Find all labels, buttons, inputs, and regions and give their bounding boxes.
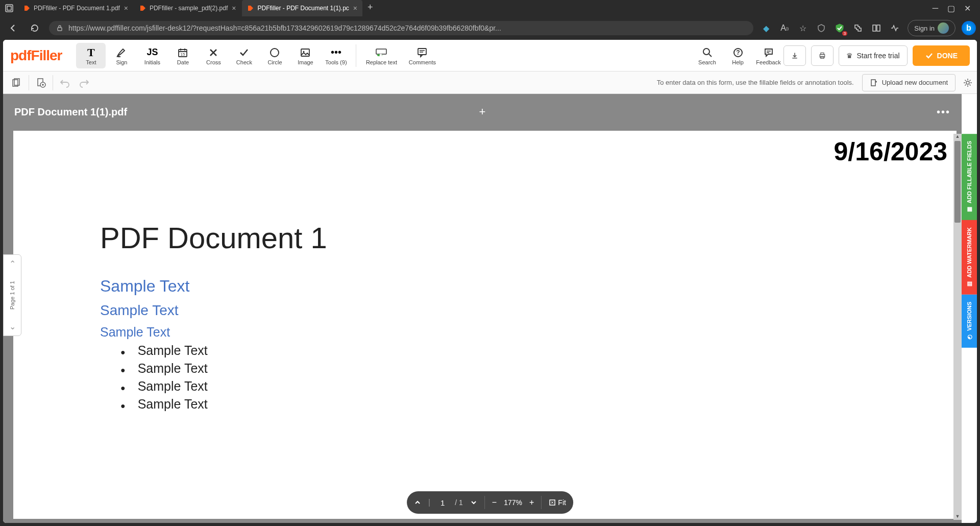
fit-label: Fit (558, 498, 566, 507)
zoom-in-button[interactable]: + (529, 498, 534, 507)
tool-label: Sign (116, 59, 127, 65)
add-watermark-tab[interactable]: ▤ ADD WATERMARK (962, 220, 977, 295)
tool-label: Circle (267, 59, 282, 65)
document-more-icon[interactable]: ••• (937, 106, 950, 118)
settings-button[interactable] (963, 78, 973, 88)
prev-page-button[interactable] (414, 499, 421, 506)
fields-icon: ▦ (966, 206, 973, 213)
next-page-icon[interactable]: ⌄ (9, 322, 16, 331)
browser-tab-1[interactable]: PDFfiller - sample_pdf(2).pdf × (134, 0, 241, 16)
url-text: https://www.pdffiller.com/jsfiller-desk1… (68, 24, 746, 32)
upload-button[interactable]: Upload new document (862, 74, 955, 91)
tool-more-tools[interactable]: ••• Tools (9) (321, 43, 351, 68)
performance-icon[interactable] (889, 22, 900, 34)
scroll-down-icon[interactable]: ▼ (954, 514, 961, 520)
add-page-button[interactable] (31, 74, 51, 91)
page-nav-sidebar: ⌃ Page 1 of 1 ⌄ (3, 254, 21, 336)
tool-circle[interactable]: Circle (260, 43, 289, 68)
tool-date[interactable]: 15 Date (168, 43, 198, 68)
browser-tab-2[interactable]: PDFfiller - PDF Document 1(1).pc × (242, 0, 362, 16)
start-trial-button[interactable]: ♛ Start free trial (839, 45, 908, 66)
tool-cross[interactable]: Cross (199, 43, 228, 68)
prev-page-icon[interactable]: ⌃ (9, 259, 16, 269)
tool-initials[interactable]: JS Initials (137, 43, 167, 68)
vertical-scrollbar[interactable]: ▲ ▼ (953, 134, 962, 520)
url-input[interactable]: https://www.pdffiller.com/jsfiller-desk1… (49, 21, 753, 35)
scrollbar-thumb[interactable] (954, 141, 961, 223)
calendar-icon: 15 (177, 46, 188, 59)
separator (541, 496, 542, 509)
svg-rect-0 (6, 5, 13, 12)
adblock-icon[interactable]: 3 (834, 22, 845, 34)
logo[interactable]: pdfFiller (10, 47, 62, 64)
add-fillable-fields-tab[interactable]: ▦ ADD FILLABLE FIELDS (962, 134, 977, 220)
close-icon[interactable]: × (353, 4, 357, 12)
shopping-icon[interactable]: ◆ (761, 22, 772, 34)
close-icon[interactable]: × (124, 4, 128, 12)
svg-rect-2 (58, 28, 62, 31)
favorite-icon[interactable]: ☆ (797, 22, 808, 34)
maximize-icon[interactable]: ▢ (947, 4, 955, 13)
tool-feedback[interactable]: Feedback (754, 43, 783, 68)
browser-tab-0[interactable]: PDFfiller - PDF Document 1.pdf × (18, 0, 133, 16)
document-page[interactable]: 9/16/2023 PDF Document 1 Sample Text Sam… (13, 131, 957, 519)
tool-search[interactable]: Search (693, 43, 722, 68)
zoom-percent: 177% (504, 498, 522, 507)
svg-rect-24 (871, 80, 875, 86)
text-icon: T (87, 46, 95, 59)
svg-point-12 (380, 54, 382, 56)
tool-text[interactable]: T Text (76, 43, 106, 68)
refresh-button[interactable] (28, 21, 42, 35)
secondary-toolbar: To enter data on this form, use the fill… (3, 71, 977, 94)
help-icon: ? (732, 46, 744, 59)
print-button[interactable] (811, 45, 834, 66)
fit-button[interactable]: Fit (549, 498, 566, 507)
list-item: Sample Text (120, 343, 208, 358)
pages-panel-button[interactable] (7, 74, 27, 91)
undo-button[interactable] (55, 74, 75, 91)
bing-button[interactable]: b (962, 21, 976, 35)
hint-text: To enter data on this form, use the fill… (657, 79, 854, 86)
tool-image[interactable]: Image (290, 43, 320, 68)
zoom-out-button[interactable]: − (492, 498, 497, 507)
redo-button[interactable] (75, 74, 94, 91)
tab-label: ADD FILLABLE FIELDS (966, 141, 972, 203)
done-button[interactable]: DONE (913, 45, 970, 66)
extensions-icon[interactable] (852, 22, 864, 34)
tool-label: Date (177, 59, 189, 65)
scroll-up-icon[interactable]: ▲ (954, 134, 961, 140)
page-number-input[interactable] (437, 498, 448, 507)
read-aloud-icon[interactable]: A)) (779, 22, 790, 34)
versions-tab[interactable]: ◔ VERSIONS (962, 295, 977, 348)
crown-icon: ♛ (846, 52, 853, 60)
cross-icon (208, 46, 218, 59)
next-page-button[interactable] (470, 499, 477, 506)
add-icon[interactable]: + (479, 105, 486, 118)
svg-text:?: ? (736, 49, 740, 56)
tool-label: Initials (144, 59, 160, 65)
tool-label: Tools (9) (325, 59, 347, 65)
tool-help[interactable]: ? Help (723, 43, 753, 68)
doc-heading-1: PDF Document 1 (100, 221, 327, 255)
tool-check[interactable]: Check (229, 43, 259, 68)
tool-label: Search (698, 59, 716, 65)
signin-button[interactable]: Sign in (908, 20, 955, 36)
download-button[interactable] (783, 45, 806, 66)
new-tab-button[interactable]: + (363, 0, 377, 16)
tool-comments[interactable]: Comments (402, 43, 442, 68)
tracker-icon[interactable] (816, 22, 827, 34)
collections-icon[interactable] (871, 22, 882, 34)
minimize-icon[interactable]: ─ (933, 4, 938, 13)
close-window-icon[interactable]: ✕ (964, 4, 971, 13)
close-icon[interactable]: × (232, 4, 236, 12)
tab-title: PDFfiller - sample_pdf(2).pdf (150, 5, 228, 12)
tab-overview-icon[interactable] (4, 3, 14, 13)
tool-replace-text[interactable]: Replace text (361, 43, 401, 68)
separator (484, 496, 485, 509)
comments-icon (416, 46, 428, 59)
back-button[interactable] (6, 21, 20, 35)
doc-heading-3: Sample Text (100, 302, 179, 319)
document-filename: PDF Document 1(1).pdf (14, 106, 127, 118)
separator (356, 44, 356, 67)
tool-sign[interactable]: Sign (107, 43, 136, 68)
